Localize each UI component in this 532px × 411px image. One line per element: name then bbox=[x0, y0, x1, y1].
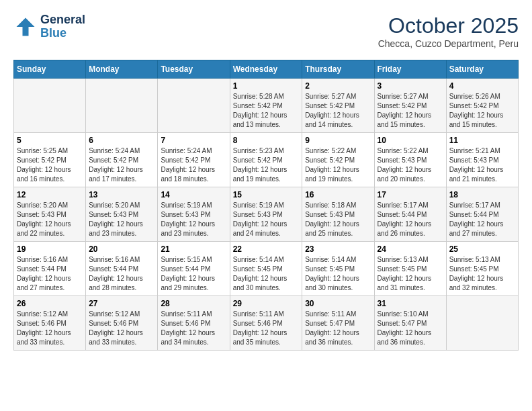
logo: General Blue bbox=[13, 13, 85, 40]
day-number: 28 bbox=[161, 299, 226, 308]
day-info: Sunrise: 5:23 AM Sunset: 5:42 PM Dayligh… bbox=[233, 146, 300, 184]
day-number: 30 bbox=[305, 299, 371, 308]
day-info: Sunrise: 5:26 AM Sunset: 5:42 PM Dayligh… bbox=[449, 92, 515, 130]
logo-line2: Blue bbox=[40, 27, 85, 40]
day-number: 2 bbox=[305, 81, 371, 91]
calendar-cell: 14Sunrise: 5:19 AM Sunset: 5:43 PM Dayli… bbox=[158, 187, 230, 242]
calendar-cell: 29Sunrise: 5:11 AM Sunset: 5:46 PM Dayli… bbox=[230, 296, 302, 351]
calendar-cell: 20Sunrise: 5:16 AM Sunset: 5:44 PM Dayli… bbox=[86, 242, 158, 296]
calendar-cell bbox=[14, 79, 86, 133]
weekday-header: Wednesday bbox=[230, 60, 302, 79]
day-number: 20 bbox=[89, 244, 154, 254]
day-number: 15 bbox=[233, 190, 300, 199]
day-number: 26 bbox=[17, 299, 83, 308]
calendar-cell: 19Sunrise: 5:16 AM Sunset: 5:44 PM Dayli… bbox=[14, 242, 86, 296]
calendar-cell bbox=[158, 79, 230, 133]
calendar-cell: 12Sunrise: 5:20 AM Sunset: 5:43 PM Dayli… bbox=[14, 187, 86, 242]
page-header: General Blue October 2025 Checca, Cuzco … bbox=[13, 13, 519, 49]
calendar-cell: 1Sunrise: 5:28 AM Sunset: 5:42 PM Daylig… bbox=[230, 79, 302, 133]
logo-icon bbox=[13, 15, 38, 39]
location-subtitle: Checca, Cuzco Department, Peru bbox=[378, 38, 519, 49]
weekday-header: Tuesday bbox=[158, 60, 230, 79]
calendar-cell: 7Sunrise: 5:24 AM Sunset: 5:42 PM Daylig… bbox=[158, 133, 230, 187]
day-number: 10 bbox=[378, 136, 443, 145]
logo-text: General Blue bbox=[40, 13, 85, 40]
day-number: 19 bbox=[17, 244, 83, 254]
day-number: 8 bbox=[233, 136, 300, 145]
day-info: Sunrise: 5:14 AM Sunset: 5:45 PM Dayligh… bbox=[233, 255, 300, 293]
calendar-body: 1Sunrise: 5:28 AM Sunset: 5:42 PM Daylig… bbox=[14, 79, 519, 351]
calendar-week-row: 26Sunrise: 5:12 AM Sunset: 5:46 PM Dayli… bbox=[14, 296, 519, 351]
day-info: Sunrise: 5:22 AM Sunset: 5:42 PM Dayligh… bbox=[305, 146, 371, 184]
day-info: Sunrise: 5:27 AM Sunset: 5:42 PM Dayligh… bbox=[305, 92, 371, 130]
day-info: Sunrise: 5:16 AM Sunset: 5:44 PM Dayligh… bbox=[17, 255, 83, 293]
day-info: Sunrise: 5:17 AM Sunset: 5:44 PM Dayligh… bbox=[449, 201, 515, 238]
day-info: Sunrise: 5:24 AM Sunset: 5:42 PM Dayligh… bbox=[161, 146, 226, 184]
weekday-header: Friday bbox=[374, 60, 446, 79]
day-number: 4 bbox=[449, 81, 515, 91]
weekday-header: Monday bbox=[86, 60, 158, 79]
calendar-cell: 15Sunrise: 5:19 AM Sunset: 5:43 PM Dayli… bbox=[230, 187, 302, 242]
calendar-cell: 11Sunrise: 5:21 AM Sunset: 5:43 PM Dayli… bbox=[446, 133, 518, 187]
day-number: 23 bbox=[305, 244, 371, 254]
day-number: 18 bbox=[449, 190, 515, 199]
day-info: Sunrise: 5:13 AM Sunset: 5:45 PM Dayligh… bbox=[378, 255, 443, 293]
calendar-cell: 21Sunrise: 5:15 AM Sunset: 5:44 PM Dayli… bbox=[158, 242, 230, 296]
day-info: Sunrise: 5:19 AM Sunset: 5:43 PM Dayligh… bbox=[233, 201, 300, 238]
calendar-cell: 18Sunrise: 5:17 AM Sunset: 5:44 PM Dayli… bbox=[446, 187, 518, 242]
calendar-header: SundayMondayTuesdayWednesdayThursdayFrid… bbox=[14, 60, 519, 79]
calendar-cell: 4Sunrise: 5:26 AM Sunset: 5:42 PM Daylig… bbox=[446, 79, 518, 133]
calendar-cell: 3Sunrise: 5:27 AM Sunset: 5:42 PM Daylig… bbox=[374, 79, 446, 133]
day-number: 1 bbox=[233, 81, 300, 91]
day-info: Sunrise: 5:10 AM Sunset: 5:47 PM Dayligh… bbox=[378, 310, 443, 347]
day-info: Sunrise: 5:15 AM Sunset: 5:44 PM Dayligh… bbox=[161, 255, 226, 293]
day-info: Sunrise: 5:25 AM Sunset: 5:42 PM Dayligh… bbox=[17, 146, 83, 184]
day-info: Sunrise: 5:28 AM Sunset: 5:42 PM Dayligh… bbox=[233, 92, 300, 130]
day-info: Sunrise: 5:13 AM Sunset: 5:45 PM Dayligh… bbox=[449, 255, 515, 293]
day-info: Sunrise: 5:20 AM Sunset: 5:43 PM Dayligh… bbox=[89, 201, 154, 238]
day-number: 21 bbox=[161, 244, 226, 254]
calendar-week-row: 1Sunrise: 5:28 AM Sunset: 5:42 PM Daylig… bbox=[14, 79, 519, 133]
calendar-cell: 9Sunrise: 5:22 AM Sunset: 5:42 PM Daylig… bbox=[302, 133, 374, 187]
day-number: 6 bbox=[89, 136, 154, 145]
calendar-cell: 30Sunrise: 5:11 AM Sunset: 5:47 PM Dayli… bbox=[302, 296, 374, 351]
day-number: 24 bbox=[378, 244, 443, 254]
day-info: Sunrise: 5:11 AM Sunset: 5:46 PM Dayligh… bbox=[161, 310, 226, 347]
day-number: 31 bbox=[378, 299, 443, 308]
day-number: 7 bbox=[161, 136, 226, 145]
calendar-cell: 6Sunrise: 5:24 AM Sunset: 5:42 PM Daylig… bbox=[86, 133, 158, 187]
day-number: 3 bbox=[378, 81, 443, 91]
weekday-header: Thursday bbox=[302, 60, 374, 79]
day-number: 25 bbox=[449, 244, 515, 254]
day-number: 12 bbox=[17, 190, 83, 199]
header-row: SundayMondayTuesdayWednesdayThursdayFrid… bbox=[14, 60, 519, 79]
day-number: 27 bbox=[89, 299, 154, 308]
calendar-cell: 8Sunrise: 5:23 AM Sunset: 5:42 PM Daylig… bbox=[230, 133, 302, 187]
day-info: Sunrise: 5:16 AM Sunset: 5:44 PM Dayligh… bbox=[89, 255, 154, 293]
calendar-cell: 2Sunrise: 5:27 AM Sunset: 5:42 PM Daylig… bbox=[302, 79, 374, 133]
calendar-cell: 17Sunrise: 5:17 AM Sunset: 5:44 PM Dayli… bbox=[374, 187, 446, 242]
day-info: Sunrise: 5:18 AM Sunset: 5:43 PM Dayligh… bbox=[305, 201, 371, 238]
svg-marker-0 bbox=[17, 17, 35, 36]
weekday-header: Sunday bbox=[14, 60, 86, 79]
calendar-week-row: 19Sunrise: 5:16 AM Sunset: 5:44 PM Dayli… bbox=[14, 242, 519, 296]
day-info: Sunrise: 5:11 AM Sunset: 5:46 PM Dayligh… bbox=[233, 310, 300, 347]
day-number: 14 bbox=[161, 190, 226, 199]
day-info: Sunrise: 5:24 AM Sunset: 5:42 PM Dayligh… bbox=[89, 146, 154, 184]
calendar-cell: 22Sunrise: 5:14 AM Sunset: 5:45 PM Dayli… bbox=[230, 242, 302, 296]
day-info: Sunrise: 5:22 AM Sunset: 5:43 PM Dayligh… bbox=[378, 146, 443, 184]
day-number: 13 bbox=[89, 190, 154, 199]
calendar-cell: 25Sunrise: 5:13 AM Sunset: 5:45 PM Dayli… bbox=[446, 242, 518, 296]
calendar-cell bbox=[86, 79, 158, 133]
day-number: 5 bbox=[17, 136, 83, 145]
calendar-cell: 5Sunrise: 5:25 AM Sunset: 5:42 PM Daylig… bbox=[14, 133, 86, 187]
day-number: 22 bbox=[233, 244, 300, 254]
logo-line1: General bbox=[40, 13, 85, 27]
day-info: Sunrise: 5:12 AM Sunset: 5:46 PM Dayligh… bbox=[17, 310, 83, 347]
day-info: Sunrise: 5:17 AM Sunset: 5:44 PM Dayligh… bbox=[378, 201, 443, 238]
calendar-cell: 13Sunrise: 5:20 AM Sunset: 5:43 PM Dayli… bbox=[86, 187, 158, 242]
calendar-cell: 31Sunrise: 5:10 AM Sunset: 5:47 PM Dayli… bbox=[374, 296, 446, 351]
calendar-week-row: 12Sunrise: 5:20 AM Sunset: 5:43 PM Dayli… bbox=[14, 187, 519, 242]
calendar-cell bbox=[446, 296, 518, 351]
day-info: Sunrise: 5:14 AM Sunset: 5:45 PM Dayligh… bbox=[305, 255, 371, 293]
